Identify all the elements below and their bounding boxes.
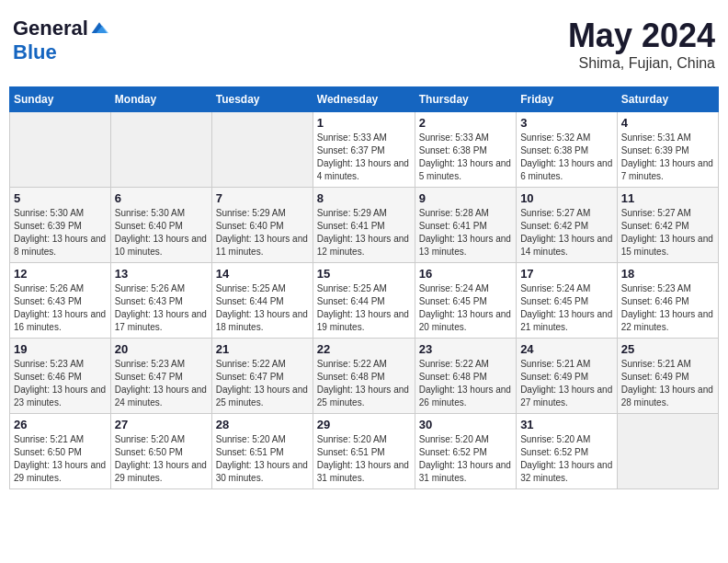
calendar-table: SundayMondayTuesdayWednesdayThursdayFrid… xyxy=(9,86,719,489)
day-cell: 15Sunrise: 5:25 AMSunset: 6:44 PMDayligh… xyxy=(313,263,415,339)
day-number: 10 xyxy=(520,191,613,205)
day-number: 22 xyxy=(317,342,411,356)
day-info: Sunrise: 5:23 AMSunset: 6:46 PMDaylight:… xyxy=(621,282,714,334)
month-title: May 2024 xyxy=(568,17,715,55)
day-number: 29 xyxy=(317,418,411,431)
weekday-header-sunday: Sunday xyxy=(10,87,111,112)
day-number: 23 xyxy=(419,342,512,356)
day-cell: 24Sunrise: 5:21 AMSunset: 6:49 PMDayligh… xyxy=(517,339,618,414)
weekday-header-monday: Monday xyxy=(110,87,211,112)
day-cell: 16Sunrise: 5:24 AMSunset: 6:45 PMDayligh… xyxy=(415,263,516,339)
day-cell xyxy=(110,112,211,188)
day-number: 6 xyxy=(115,191,208,205)
weekday-header-thursday: Thursday xyxy=(415,87,516,112)
day-info: Sunrise: 5:25 AMSunset: 6:44 PMDaylight:… xyxy=(317,282,411,334)
day-info: Sunrise: 5:32 AMSunset: 6:38 PMDaylight:… xyxy=(520,132,613,183)
day-number: 26 xyxy=(14,418,107,431)
day-number: 21 xyxy=(216,342,309,356)
week-row-4: 19Sunrise: 5:23 AMSunset: 6:46 PMDayligh… xyxy=(10,339,719,414)
day-cell: 20Sunrise: 5:23 AMSunset: 6:47 PMDayligh… xyxy=(110,339,211,414)
day-cell: 4Sunrise: 5:31 AMSunset: 6:39 PMDaylight… xyxy=(617,112,718,188)
day-cell: 5Sunrise: 5:30 AMSunset: 6:39 PMDaylight… xyxy=(10,188,111,263)
day-number: 20 xyxy=(115,342,208,356)
logo-blue: Blue xyxy=(13,40,57,64)
day-number: 28 xyxy=(216,418,309,431)
location: Shima, Fujian, China xyxy=(568,55,715,72)
day-cell: 29Sunrise: 5:20 AMSunset: 6:51 PMDayligh… xyxy=(313,414,415,489)
day-cell: 17Sunrise: 5:24 AMSunset: 6:45 PMDayligh… xyxy=(517,263,618,339)
day-info: Sunrise: 5:30 AMSunset: 6:40 PMDaylight:… xyxy=(115,207,208,259)
day-info: Sunrise: 5:22 AMSunset: 6:47 PMDaylight:… xyxy=(216,358,309,409)
day-cell: 10Sunrise: 5:27 AMSunset: 6:42 PMDayligh… xyxy=(517,188,618,263)
day-cell: 31Sunrise: 5:20 AMSunset: 6:52 PMDayligh… xyxy=(517,414,618,489)
day-cell xyxy=(617,414,718,489)
day-info: Sunrise: 5:20 AMSunset: 6:52 PMDaylight:… xyxy=(419,433,512,485)
day-number: 16 xyxy=(419,267,512,281)
day-cell: 18Sunrise: 5:23 AMSunset: 6:46 PMDayligh… xyxy=(617,263,718,339)
day-number: 1 xyxy=(317,116,411,130)
day-info: Sunrise: 5:29 AMSunset: 6:41 PMDaylight:… xyxy=(317,207,411,259)
day-number: 5 xyxy=(14,191,107,205)
day-cell: 9Sunrise: 5:28 AMSunset: 6:41 PMDaylight… xyxy=(415,188,516,263)
day-cell: 25Sunrise: 5:21 AMSunset: 6:49 PMDayligh… xyxy=(617,339,718,414)
day-info: Sunrise: 5:29 AMSunset: 6:40 PMDaylight:… xyxy=(216,207,309,259)
day-number: 4 xyxy=(621,116,714,130)
day-cell: 28Sunrise: 5:20 AMSunset: 6:51 PMDayligh… xyxy=(211,414,313,489)
day-info: Sunrise: 5:20 AMSunset: 6:51 PMDaylight:… xyxy=(317,433,411,485)
day-info: Sunrise: 5:23 AMSunset: 6:47 PMDaylight:… xyxy=(115,358,208,409)
day-info: Sunrise: 5:20 AMSunset: 6:50 PMDaylight:… xyxy=(115,433,208,485)
day-number: 18 xyxy=(621,267,714,281)
day-info: Sunrise: 5:21 AMSunset: 6:49 PMDaylight:… xyxy=(520,358,613,409)
day-cell: 19Sunrise: 5:23 AMSunset: 6:46 PMDayligh… xyxy=(10,339,111,414)
day-cell: 7Sunrise: 5:29 AMSunset: 6:40 PMDaylight… xyxy=(211,188,313,263)
page-header: General Blue May 2024 Shima, Fujian, Chi… xyxy=(9,9,719,79)
weekday-header-tuesday: Tuesday xyxy=(211,87,313,112)
day-number: 2 xyxy=(419,116,512,130)
day-info: Sunrise: 5:21 AMSunset: 6:49 PMDaylight:… xyxy=(621,358,714,409)
day-cell: 21Sunrise: 5:22 AMSunset: 6:47 PMDayligh… xyxy=(211,339,313,414)
day-cell: 3Sunrise: 5:32 AMSunset: 6:38 PMDaylight… xyxy=(517,112,618,188)
day-info: Sunrise: 5:33 AMSunset: 6:37 PMDaylight:… xyxy=(317,132,411,183)
day-cell: 27Sunrise: 5:20 AMSunset: 6:50 PMDayligh… xyxy=(110,414,211,489)
day-cell: 26Sunrise: 5:21 AMSunset: 6:50 PMDayligh… xyxy=(10,414,111,489)
day-cell: 30Sunrise: 5:20 AMSunset: 6:52 PMDayligh… xyxy=(415,414,516,489)
day-info: Sunrise: 5:24 AMSunset: 6:45 PMDaylight:… xyxy=(520,282,613,334)
day-cell xyxy=(211,112,313,188)
day-info: Sunrise: 5:26 AMSunset: 6:43 PMDaylight:… xyxy=(14,282,107,334)
day-info: Sunrise: 5:31 AMSunset: 6:39 PMDaylight:… xyxy=(621,132,714,183)
day-info: Sunrise: 5:22 AMSunset: 6:48 PMDaylight:… xyxy=(419,358,512,409)
day-cell xyxy=(10,112,111,188)
week-row-3: 12Sunrise: 5:26 AMSunset: 6:43 PMDayligh… xyxy=(10,263,719,339)
weekday-header-saturday: Saturday xyxy=(617,87,718,112)
day-info: Sunrise: 5:21 AMSunset: 6:50 PMDaylight:… xyxy=(14,433,107,485)
logo: General Blue xyxy=(13,17,108,64)
day-number: 24 xyxy=(520,342,613,356)
day-number: 8 xyxy=(317,191,411,205)
week-row-2: 5Sunrise: 5:30 AMSunset: 6:39 PMDaylight… xyxy=(10,188,719,263)
day-info: Sunrise: 5:33 AMSunset: 6:38 PMDaylight:… xyxy=(419,132,512,183)
day-info: Sunrise: 5:27 AMSunset: 6:42 PMDaylight:… xyxy=(520,207,613,259)
day-info: Sunrise: 5:30 AMSunset: 6:39 PMDaylight:… xyxy=(14,207,107,259)
title-area: May 2024 Shima, Fujian, China xyxy=(568,17,715,72)
day-number: 15 xyxy=(317,267,411,281)
day-number: 19 xyxy=(14,342,107,356)
day-number: 30 xyxy=(419,418,512,431)
day-number: 12 xyxy=(14,267,107,281)
weekday-header-row: SundayMondayTuesdayWednesdayThursdayFrid… xyxy=(10,87,719,112)
day-cell: 11Sunrise: 5:27 AMSunset: 6:42 PMDayligh… xyxy=(617,188,718,263)
day-info: Sunrise: 5:25 AMSunset: 6:44 PMDaylight:… xyxy=(216,282,309,334)
day-cell: 14Sunrise: 5:25 AMSunset: 6:44 PMDayligh… xyxy=(211,263,313,339)
day-info: Sunrise: 5:20 AMSunset: 6:51 PMDaylight:… xyxy=(216,433,309,485)
day-cell: 13Sunrise: 5:26 AMSunset: 6:43 PMDayligh… xyxy=(110,263,211,339)
week-row-1: 1Sunrise: 5:33 AMSunset: 6:37 PMDaylight… xyxy=(10,112,719,188)
day-number: 17 xyxy=(520,267,613,281)
logo-icon xyxy=(90,19,108,38)
day-info: Sunrise: 5:28 AMSunset: 6:41 PMDaylight:… xyxy=(419,207,512,259)
logo-general: General xyxy=(13,17,88,40)
day-cell: 8Sunrise: 5:29 AMSunset: 6:41 PMDaylight… xyxy=(313,188,415,263)
day-cell: 6Sunrise: 5:30 AMSunset: 6:40 PMDaylight… xyxy=(110,188,211,263)
day-number: 27 xyxy=(115,418,208,431)
day-info: Sunrise: 5:26 AMSunset: 6:43 PMDaylight:… xyxy=(115,282,208,334)
day-cell: 22Sunrise: 5:22 AMSunset: 6:48 PMDayligh… xyxy=(313,339,415,414)
day-info: Sunrise: 5:22 AMSunset: 6:48 PMDaylight:… xyxy=(317,358,411,409)
